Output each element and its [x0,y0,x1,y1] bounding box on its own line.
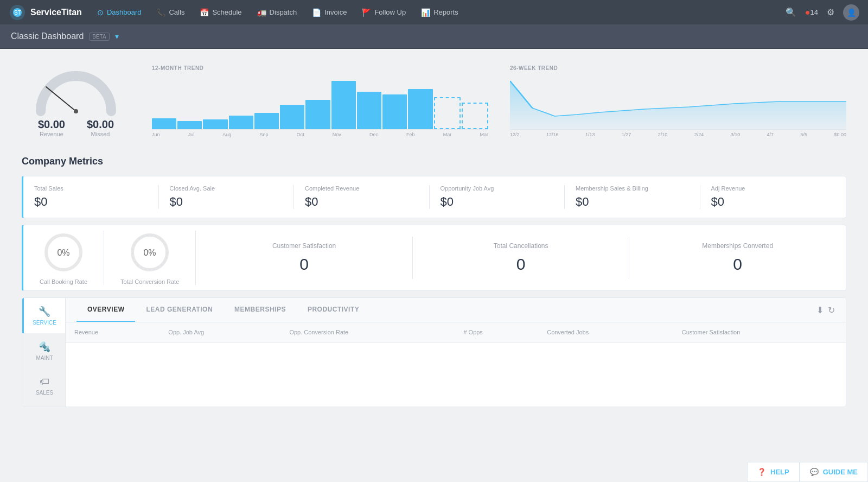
total-conversion-section: 0% Total Conversion Rate [104,231,196,285]
search-icon[interactable]: 🔍 [786,7,796,17]
total-cancellations-section: Total Cancellations 0 [413,237,630,279]
service-icon: 🔧 [39,306,50,318]
tab-lead-generation[interactable]: LEAD GENERATION [135,298,224,322]
notifications[interactable]: ● 14 [805,8,818,17]
bar [152,118,176,129]
data-table: Revenue Opp. Job Avg Opp. Conversion Rat… [66,322,846,343]
nav-label-dashboard: Dashboard [107,8,142,16]
bar [408,89,432,129]
total-cancellations-value: 0 [429,255,613,274]
col-converted-jobs: Converted Jobs [538,322,673,343]
total-conversion-value-text: 0% [144,248,156,257]
top-nav: ST ServiceTitan ⊙ Dashboard 📞 Calls 📅 Sc… [0,0,868,24]
metrics-row-2: 0% Call Booking Rate 0% Total Conver [23,231,846,285]
nav-right: 🔍 ● 14 ⚙ 👤 [786,4,859,21]
help-circle-icon: ❓ [757,468,766,476]
avatar[interactable]: 👤 [843,4,859,21]
maint-icon: 🔩 [39,341,50,353]
gauge-values: $0.00 Revenue $0.00 Missed [38,118,114,137]
sub-header: Classic Dashboard BETA ▾ [0,24,868,49]
revenue-value: $0.00 Revenue [38,118,65,137]
guide-label: GUIDE ME [823,468,858,476]
help-label: HELP [770,468,789,476]
col-opp-job-avg: Opp. Job Avg [159,322,280,343]
metric-value: $0 [34,195,148,209]
tab-bar: OVERVIEW LEAD GENERATION MEMBERSHIPS PRO… [66,298,846,322]
dashboard-icon: ⊙ [97,8,104,17]
tab-overview[interactable]: OVERVIEW [76,298,135,322]
metric-closed-avg-sale: Closed Avg. Sale $0 [159,185,295,209]
twenty-six-week-chart [510,75,846,130]
sidebar-item-sales[interactable]: 🏷 SALES [22,369,65,403]
twenty-six-week-trend: 26-WEEK TREND 12/2 [510,65,846,137]
table-section: 🔧 SERVICE 🔩 MAINT 🏷 SALES OVERV [22,297,846,407]
metric-adj-revenue: Adj Revenue $0 [700,185,835,209]
tab-actions: ⬇ ↻ [816,305,835,315]
help-button[interactable]: ❓ HELP [747,462,800,482]
chevron-down-icon[interactable]: ▾ [115,32,119,41]
section-title-metrics: Company Metrics [22,156,846,167]
svg-text:ST: ST [14,10,21,16]
twenty-six-week-x-labels: 12/2 12/16 1/13 1/27 2/10 2/24 3/10 4/7 … [510,132,846,137]
logo-text: ServiceTitan [30,8,82,17]
bar [177,121,202,129]
gauge-section: $0.00 Revenue $0.00 Missed 12-MONTH TREN… [22,60,846,143]
total-cancellations-label: Total Cancellations [429,242,613,250]
memberships-converted-value: 0 [646,255,829,274]
metrics-row-1: Total Sales $0 Closed Avg. Sale $0 Compl… [23,176,846,218]
page-title: Classic Dashboard [11,31,84,41]
beta-badge: BETA [89,33,109,41]
nav-item-reports[interactable]: 📊 Reports [414,0,465,24]
bar [229,116,253,129]
table-header-row: Revenue Opp. Job Avg Opp. Conversion Rat… [66,322,846,343]
bar [254,113,279,129]
metric-label: Closed Avg. Sale [170,185,283,192]
bar [382,94,407,129]
metric-value: $0 [170,195,283,209]
svg-point-4 [74,109,78,113]
guide-button[interactable]: 💬 GUIDE ME [800,462,868,482]
metrics-card-1: Total Sales $0 Closed Avg. Sale $0 Compl… [22,176,846,218]
sidebar-item-maint[interactable]: 🔩 MAINT [22,333,65,369]
col-opps: # Opps [455,322,538,343]
sidebar-item-service[interactable]: 🔧 SERVICE [22,298,65,333]
reports-icon: 📊 [421,8,430,17]
metric-label: Adj Revenue [711,185,825,192]
nav-item-invoice[interactable]: 📄 Invoice [305,0,353,24]
followup-icon: 🚩 [362,8,371,17]
nav-item-followup[interactable]: 🚩 Follow Up [355,0,412,24]
twenty-six-week-label: 26-WEEK TREND [510,65,846,71]
twelve-month-label: 12-MONTH TREND [152,65,488,71]
sales-icon: 🏷 [40,376,49,388]
download-icon[interactable]: ⬇ [816,305,824,315]
service-label: SERVICE [33,320,56,326]
nav-item-dashboard[interactable]: ⊙ Dashboard [91,0,148,24]
metric-value: $0 [305,195,418,209]
nav-label-followup: Follow Up [374,8,406,16]
logo: ST ServiceTitan [9,4,82,21]
tab-memberships[interactable]: MEMBERSHIPS [224,298,297,322]
metric-value: $0 [711,195,825,209]
tab-productivity[interactable]: PRODUCTIVITY [297,298,370,322]
refresh-icon[interactable]: ↻ [828,305,835,315]
total-conversion-gauge: 0% [128,231,171,274]
dispatch-icon: 🚛 [257,8,266,17]
gear-icon[interactable]: ⚙ [827,7,834,17]
customer-satisfaction-label: Customer Satisfaction [212,242,396,250]
nav-item-schedule[interactable]: 📅 Schedule [193,0,248,24]
nav-label-schedule: Schedule [212,8,241,16]
nav-item-calls[interactable]: 📞 Calls [150,0,191,24]
metric-completed-revenue: Completed Revenue $0 [294,185,430,209]
bar [357,92,381,129]
twelve-month-x-labels: Jun Jul Aug Sep Oct Nov Dec Feb Mar Mar [152,132,488,137]
calls-icon: 📞 [156,8,165,17]
customer-satisfaction-section: Customer Satisfaction 0 [196,237,413,279]
nav-label-reports: Reports [433,8,458,16]
logo-icon: ST [9,4,26,21]
nav-item-dispatch[interactable]: 🚛 Dispatch [251,0,304,24]
bar [305,100,330,129]
memberships-converted-label: Memberships Converted [646,242,829,250]
metric-label: Completed Revenue [305,185,418,192]
sidebar-nav: 🔧 SERVICE 🔩 MAINT 🏷 SALES [22,298,66,407]
call-booking-gauge: 0% [42,231,85,274]
